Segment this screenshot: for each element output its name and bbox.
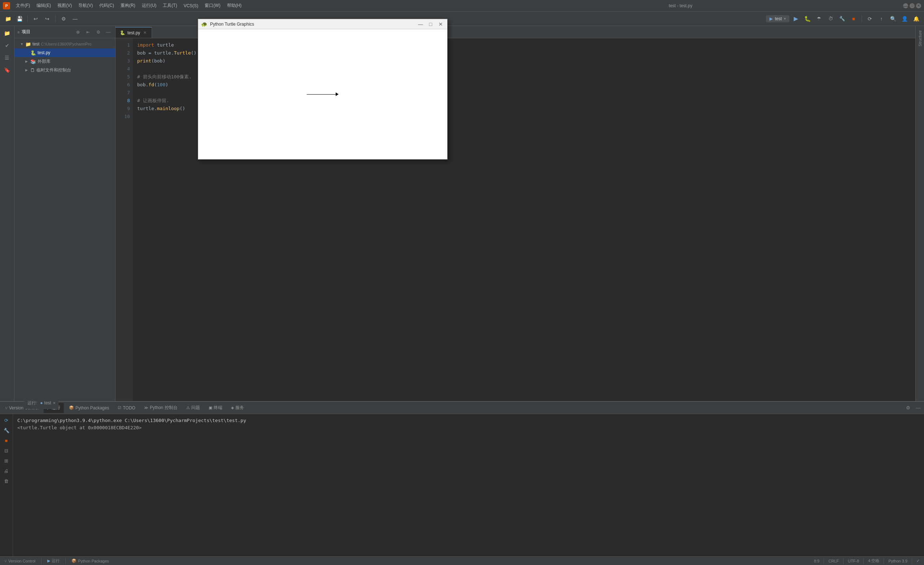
debug-button[interactable]: 🐛 — [802, 14, 813, 24]
turtle-minimize-btn[interactable]: — — [417, 21, 424, 28]
menu-file[interactable]: 文件(F) — [13, 2, 33, 9]
run-indicator-label: 运行: — [27, 400, 37, 406]
main-layout: 📁 ✔ ☰ 🔖 ≡ 项目 ⊕ ⇤ ⚙ — ▼ 📁 test C:\Users\1… — [0, 26, 924, 401]
tab-todo[interactable]: ☑ TODO — [114, 403, 139, 413]
vcs-commit-btn[interactable]: ↑ — [876, 14, 886, 24]
trash-btn[interactable]: 🗑 — [2, 476, 11, 485]
tree-arrow-temp: ▶ — [25, 68, 29, 72]
stop-button[interactable]: ■ — [849, 14, 859, 24]
app-icon: P — [3, 2, 10, 9]
status-indent[interactable]: 4 空格 — [867, 558, 880, 563]
tools-button[interactable]: 🔧 — [837, 14, 847, 24]
sidebar-bookmarks-icon[interactable]: 🔖 — [2, 64, 13, 76]
turtle-window-title: Python Turtle Graphics — [210, 22, 414, 27]
turtle-graphics-window[interactable]: 🐢 Python Turtle Graphics — □ ✕ — [198, 19, 448, 159]
tab-issues[interactable]: ⚠ 问题 — [183, 403, 204, 413]
menu-navigate[interactable]: 导航(V) — [75, 2, 96, 9]
notifications-btn[interactable]: 🔔 — [911, 14, 921, 24]
status-sep4 — [843, 558, 843, 564]
print-btn[interactable]: 🖨 — [2, 466, 11, 475]
status-encoding[interactable]: UTF-8 — [846, 559, 861, 563]
turtle-maximize-btn[interactable]: □ — [427, 21, 434, 28]
toolbar-minus-btn[interactable]: — — [70, 14, 80, 24]
menu-vcs[interactable]: VCS(S) — [181, 3, 201, 9]
toolbar-settings-btn[interactable]: ⚙ — [58, 14, 69, 24]
project-scope-icon[interactable]: ⊕ — [74, 28, 82, 36]
run-configuration[interactable]: ▶ test ▾ — [766, 15, 789, 23]
status-line-col[interactable]: 8:9 — [813, 559, 821, 563]
menu-view[interactable]: 视图(V) — [54, 2, 75, 9]
tree-file-testpy[interactable]: 🐍 test.py — [14, 48, 115, 57]
tab-services[interactable]: ◈ 服务 — [227, 403, 248, 413]
rerun-btn[interactable]: ⟳ — [2, 416, 11, 425]
status-sep6 — [884, 558, 884, 564]
tab-close-testpy[interactable]: ✕ — [142, 30, 147, 35]
python-packages-status-icon: 📦 — [72, 559, 76, 563]
check-icon: ✓ — [916, 559, 920, 563]
vcs-update-btn[interactable]: ⟳ — [865, 14, 875, 24]
search-btn[interactable]: 🔍 — [888, 14, 898, 24]
tree-temp-files[interactable]: ▶ 🗒 临时文件和控制台 — [14, 66, 115, 74]
run-button[interactable]: ▶ — [791, 14, 801, 24]
tab-python-packages[interactable]: 📦 Python Packages — [65, 403, 112, 413]
menu-help[interactable]: 帮助(H) — [224, 2, 245, 9]
terminal-output: C:\programming\python3.9.4\python.exe C:… — [13, 414, 924, 556]
menu-edit[interactable]: 编辑(E) — [34, 2, 54, 9]
toolbar-save-btn[interactable]: 💾 — [14, 14, 24, 24]
status-python-version[interactable]: Python 3.9 — [887, 559, 909, 563]
menu-tools[interactable]: 工具(T) — [160, 2, 180, 9]
close-run-icon[interactable]: ✕ — [53, 401, 56, 405]
issues-icon: ⚠ — [186, 406, 190, 410]
bottom-content: ⟳ 🔧 ■ ⊟ ⊞ 🖨 🗑 C:\programming\python3.9.4… — [0, 414, 924, 556]
sidebar-structure-icon[interactable]: ☰ — [2, 52, 13, 63]
run-config-bottom-label: test — [44, 400, 51, 406]
toolbar-redo-btn[interactable]: ↪ — [42, 14, 52, 24]
right-sidebar-label[interactable]: Structure — [918, 30, 922, 47]
scroll-end-btn[interactable]: ⊞ — [2, 456, 11, 465]
line-numbers: 1 2 3 4 5 6 7 8 9 10 — [116, 38, 133, 401]
status-vcs[interactable]: ⑂ Version Control — [3, 557, 37, 565]
tree-file-label: test.py — [38, 50, 50, 55]
turtle-close-btn[interactable]: ✕ — [437, 21, 444, 28]
status-python-packages[interactable]: 📦 Python Packages — [70, 557, 111, 565]
toolbar-open-btn[interactable]: 📁 — [3, 14, 13, 24]
user-btn[interactable]: 👤 — [900, 14, 910, 24]
toolbar-undo-btn[interactable]: ↩ — [31, 14, 41, 24]
line-num-5: 5 — [116, 73, 130, 81]
project-settings-icon[interactable]: ⚙ — [94, 28, 102, 36]
tab-testpy[interactable]: 🐍 test.py ✕ — [116, 27, 152, 38]
tree-root-folder[interactable]: ▼ 📁 test C:\Users\13600\PycharmPro — [14, 40, 115, 48]
close-button[interactable]: ✕ — [916, 3, 921, 8]
settings-bottom-btn[interactable]: ⚙ — [904, 404, 912, 412]
status-run[interactable]: ▶ 运行 — [46, 557, 61, 565]
coverage-button[interactable]: ☂ — [814, 14, 824, 24]
line-num-4: 4 — [116, 65, 130, 73]
menu-window[interactable]: 窗口(W) — [202, 2, 223, 9]
filter-btn[interactable]: ⊟ — [2, 446, 11, 455]
sidebar-commit-icon[interactable]: ✔ — [2, 40, 13, 51]
tab-python-console[interactable]: ≫ Python 控制台 — [140, 403, 181, 413]
project-hide-icon[interactable]: — — [104, 28, 112, 36]
maximize-button[interactable]: □ — [910, 3, 915, 8]
project-panel: ≡ 项目 ⊕ ⇤ ⚙ — ▼ 📁 test C:\Users\13600\Pyc… — [14, 26, 116, 401]
status-sep2 — [65, 558, 66, 564]
status-line-ending[interactable]: CRLF — [827, 559, 840, 563]
arrow-line — [307, 94, 336, 95]
python-file-icon: 🐍 — [30, 50, 36, 56]
menu-run[interactable]: 运行(U) — [139, 2, 159, 9]
menu-code[interactable]: 代码(C) — [96, 2, 117, 9]
menu-refactor[interactable]: 重构(R) — [118, 2, 138, 9]
run-tool-btn[interactable]: 🔧 — [2, 426, 11, 435]
project-collapse-icon[interactable]: ⇤ — [84, 28, 92, 36]
tree-temp-label: 临时文件和控制台 — [36, 67, 71, 73]
minimize-button[interactable]: — — [903, 3, 908, 8]
tab-terminal[interactable]: ▣ 终端 — [205, 403, 226, 413]
terminal-cmd-line: C:\programming\python3.9.4\python.exe C:… — [17, 417, 920, 424]
stop-tool-btn[interactable]: ■ — [2, 436, 11, 445]
profile-button[interactable]: ⏱ — [825, 14, 836, 24]
status-check[interactable]: ✓ — [915, 559, 921, 563]
bottom-panel: ⑂ Version Control ▶ 运行 📦 Python Packages… — [0, 401, 924, 556]
tree-external-libs[interactable]: ▶ 📚 外部库 — [14, 57, 115, 66]
sidebar-project-icon[interactable]: 📁 — [2, 27, 13, 39]
minimize-bottom-btn[interactable]: — — [914, 404, 922, 412]
